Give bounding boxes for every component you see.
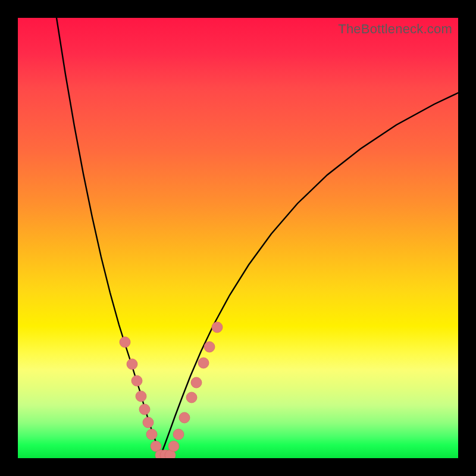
scatter-dot — [127, 359, 137, 369]
scatter-dot — [198, 358, 209, 368]
scatter-dot — [204, 342, 215, 352]
scatter-dot — [136, 391, 146, 402]
scatter-dot — [131, 375, 142, 386]
scatter-dot — [212, 322, 223, 333]
scatter-dot — [151, 441, 161, 452]
scatter-dot — [173, 429, 184, 440]
scatter-dots — [120, 322, 223, 458]
scatter-dot — [165, 450, 176, 458]
scatter-dot — [168, 441, 179, 452]
scatter-dot — [143, 417, 154, 428]
scatter-dot — [146, 429, 157, 440]
scatter-dot — [179, 412, 190, 423]
scatter-dot — [186, 392, 197, 403]
chart-svg — [18, 18, 458, 458]
curve-right — [161, 93, 458, 455]
scatter-dot — [160, 450, 171, 458]
scatter-dot — [139, 404, 150, 415]
chart-plot-area: TheBottleneck.com — [18, 18, 458, 458]
curve-left — [57, 18, 161, 455]
scatter-dot — [191, 377, 202, 388]
scatter-dot — [120, 337, 130, 347]
scatter-dot — [155, 450, 166, 458]
chart-frame: TheBottleneck.com — [0, 0, 476, 476]
watermark-text: TheBottleneck.com — [338, 21, 452, 37]
